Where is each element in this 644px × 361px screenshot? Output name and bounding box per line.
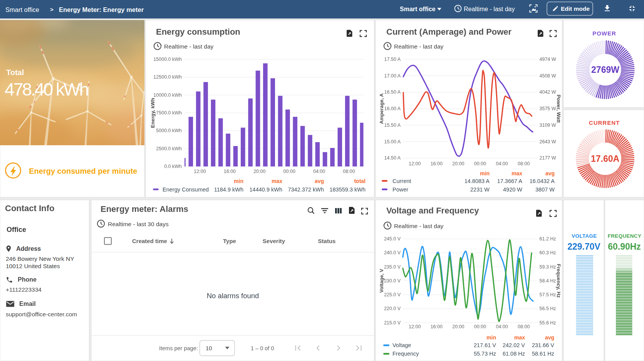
svg-text:10000.0 kWh: 10000.0 kWh <box>153 92 182 98</box>
svg-text:55.73 Hz: 55.73 Hz <box>474 351 496 357</box>
svg-text:242.02 V: 242.02 V <box>503 342 525 348</box>
svg-text:FREQUENCY: FREQUENCY <box>608 233 641 239</box>
svg-text:min: min <box>486 334 496 341</box>
svg-text:avg: avg <box>545 334 554 341</box>
svg-text:20:00: 20:00 <box>452 161 464 166</box>
svg-text:Smart office: Smart office <box>400 6 436 12</box>
svg-text:225.0 V: 225.0 V <box>384 292 401 297</box>
svg-text:1 – 0 of 0: 1 – 0 of 0 <box>251 345 274 351</box>
svg-text:17.3667 A: 17.3667 A <box>497 178 523 184</box>
svg-text:Energy meter: Alarms: Energy meter: Alarms <box>101 204 188 214</box>
svg-text:14.50 A: 14.50 A <box>384 155 401 161</box>
svg-text:16.00 A: 16.00 A <box>384 106 401 111</box>
svg-text:4042 W: 4042 W <box>540 89 556 95</box>
svg-text:Power: Power <box>392 186 408 193</box>
svg-text:5000.0 kWh: 5000.0 kWh <box>156 128 182 133</box>
svg-text:16.50 A: 16.50 A <box>384 89 401 95</box>
svg-text:231.66 V: 231.66 V <box>532 342 554 348</box>
svg-text:15.00 A: 15.00 A <box>384 139 401 144</box>
svg-text:240.0 V: 240.0 V <box>384 250 401 255</box>
svg-text:Energy consumed per minute: Energy consumed per minute <box>29 167 137 175</box>
svg-text:12:00: 12:00 <box>409 324 421 329</box>
svg-text:2231 W: 2231 W <box>470 186 490 193</box>
svg-text:Total: Total <box>6 68 24 77</box>
svg-text:Frequency, Hz: Frequency, Hz <box>556 264 562 298</box>
svg-text:max: max <box>272 178 282 184</box>
svg-text:3109 W: 3109 W <box>540 123 556 128</box>
svg-text:4974 W: 4974 W <box>540 57 556 62</box>
svg-text:min: min <box>234 178 243 184</box>
svg-text:16.0432 A: 16.0432 A <box>530 178 555 184</box>
svg-text:Frequency: Frequency <box>392 351 419 357</box>
svg-text:7342.372 kWh: 7342.372 kWh <box>288 186 324 193</box>
svg-text:245.0 V: 245.0 V <box>384 236 401 242</box>
svg-text:3575 W: 3575 W <box>540 106 556 111</box>
svg-text:support@office-center.com: support@office-center.com <box>6 311 77 317</box>
svg-text:Amperage, A: Amperage, A <box>379 93 384 124</box>
svg-text:Type: Type <box>223 238 236 244</box>
svg-text:Realtime - last day: Realtime - last day <box>394 43 444 50</box>
svg-text:00:00: 00:00 <box>474 324 486 329</box>
svg-text:CURRENT: CURRENT <box>589 119 620 126</box>
svg-text:Energy consumption: Energy consumption <box>156 27 240 37</box>
svg-text:16:00: 16:00 <box>224 169 236 174</box>
svg-text:14.8083 A: 14.8083 A <box>465 178 490 184</box>
svg-text:220.0 V: 220.0 V <box>384 306 401 311</box>
svg-text:16:00: 16:00 <box>431 161 443 166</box>
svg-text:00:00: 00:00 <box>283 169 295 174</box>
svg-text:16:00: 16:00 <box>431 324 443 329</box>
svg-text:14440.9 kWh: 14440.9 kWh <box>250 186 282 193</box>
svg-text:58.4 Hz: 58.4 Hz <box>540 278 556 284</box>
svg-text:7500.0 kWh: 7500.0 kWh <box>156 110 182 116</box>
svg-text:20:00: 20:00 <box>452 324 464 329</box>
svg-text:217.61 V: 217.61 V <box>474 342 496 348</box>
svg-text:58.61 Hz: 58.61 Hz <box>532 351 554 357</box>
svg-text:60.3 Hz: 60.3 Hz <box>540 250 556 255</box>
svg-text:Current: Current <box>392 178 411 184</box>
svg-text:10012 United States: 10012 United States <box>6 263 60 269</box>
svg-text:04:00: 04:00 <box>313 169 325 174</box>
svg-text:2769W: 2769W <box>591 65 619 75</box>
svg-text:No alarms found: No alarms found <box>207 292 259 300</box>
svg-text:Voltage: Voltage <box>392 342 411 348</box>
svg-text:2643 W: 2643 W <box>540 139 556 144</box>
svg-text:15000.0 kWh: 15000.0 kWh <box>153 57 182 62</box>
svg-text:08:00: 08:00 <box>518 161 530 166</box>
svg-text:00:00: 00:00 <box>474 161 486 166</box>
svg-text:12:00: 12:00 <box>409 161 421 166</box>
svg-text:2500.0 kWh: 2500.0 kWh <box>156 146 182 151</box>
svg-text:230.0 V: 230.0 V <box>384 278 401 284</box>
svg-text:Energy, kWh: Energy, kWh <box>150 98 156 128</box>
svg-text:Email: Email <box>19 301 36 307</box>
svg-text:Realtime - last 30 days: Realtime - last 30 days <box>108 221 169 227</box>
svg-text:235.0 V: 235.0 V <box>384 264 401 270</box>
svg-text:246 Bowery New York NY: 246 Bowery New York NY <box>6 255 74 262</box>
svg-text:15.50 A: 15.50 A <box>384 123 401 128</box>
svg-text:Power, Watt: Power, Watt <box>556 94 562 123</box>
svg-text:+1112223334: +1112223334 <box>6 286 42 293</box>
svg-text:61.08 Hz: 61.08 Hz <box>503 351 525 357</box>
svg-text:Voltage, V: Voltage, V <box>379 269 385 293</box>
svg-text:Created time: Created time <box>132 238 167 244</box>
svg-text:59.3 Hz: 59.3 Hz <box>540 264 556 270</box>
svg-text:08:00: 08:00 <box>343 169 355 174</box>
svg-text:Contact Info: Contact Info <box>5 203 54 213</box>
svg-text:1184.9 kWh: 1184.9 kWh <box>214 186 243 193</box>
svg-text:min: min <box>480 170 490 176</box>
svg-text:2177 W: 2177 W <box>540 155 556 161</box>
svg-text:215.0 V: 215.0 V <box>384 320 401 326</box>
svg-text:61.2 Hz: 61.2 Hz <box>540 236 556 242</box>
svg-text:57.5 Hz: 57.5 Hz <box>540 292 556 297</box>
svg-text:Realtime - last day: Realtime - last day <box>394 223 444 229</box>
svg-text:VOLTAGE: VOLTAGE <box>572 233 597 239</box>
svg-text:total: total <box>354 178 366 184</box>
svg-text:Energy Consumed: Energy Consumed <box>163 186 209 193</box>
svg-text:3807 W: 3807 W <box>535 186 555 193</box>
svg-text:60.90Hz: 60.90Hz <box>608 242 641 252</box>
svg-text:56.5 Hz: 56.5 Hz <box>540 306 556 311</box>
svg-text:Phone: Phone <box>18 276 37 283</box>
svg-text:Voltage and Frequency: Voltage and Frequency <box>386 206 479 215</box>
svg-text:478.40 kWh: 478.40 kWh <box>5 79 88 99</box>
svg-text:Office: Office <box>7 226 26 233</box>
svg-text:08:00: 08:00 <box>518 324 530 329</box>
